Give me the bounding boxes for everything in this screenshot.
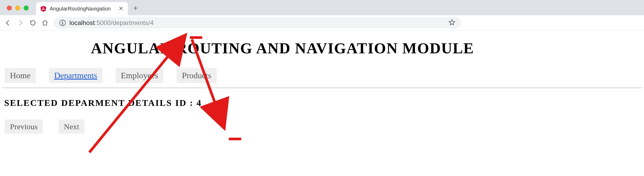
url-host: localhost <box>69 19 95 26</box>
annotation-underline-icon <box>190 36 202 39</box>
minimize-window-icon[interactable] <box>15 6 20 11</box>
home-icon[interactable] <box>42 19 48 26</box>
svg-marker-2 <box>449 19 455 25</box>
url-text: localhost:5000/departments/4 <box>69 19 154 27</box>
tabstrip: AngularRoutingNavigation ✕ + <box>0 0 644 15</box>
angular-favicon-icon <box>40 6 47 12</box>
annotation-underline-icon <box>229 138 241 140</box>
reload-icon[interactable] <box>29 19 36 26</box>
subhead-label: SELECTED DEPARMENT DETAILS ID : <box>4 98 197 108</box>
browser-toolbar: i localhost:5000/departments/4 <box>0 15 644 30</box>
forward-icon[interactable] <box>17 19 24 27</box>
bookmark-star-icon[interactable] <box>448 19 455 27</box>
selected-department-id: 4 <box>197 98 202 108</box>
maximize-window-icon[interactable] <box>24 6 29 11</box>
pager: Previous Next <box>2 120 642 134</box>
nav-employees[interactable]: Employees <box>116 68 163 83</box>
previous-button[interactable]: Previous <box>5 120 43 134</box>
page-content: ANGULAR ROUTING AND NAVIGATION MODULE Ho… <box>0 39 644 134</box>
primary-nav: Home Departments Employees Products <box>2 68 642 88</box>
url-path: :5000/departments/4 <box>95 19 154 26</box>
site-info-icon[interactable]: i <box>59 20 66 26</box>
nav-home[interactable]: Home <box>5 68 36 83</box>
new-tab-icon[interactable]: + <box>133 4 138 13</box>
next-button[interactable]: Next <box>59 120 84 134</box>
close-window-icon[interactable] <box>7 6 12 11</box>
nav-departments[interactable]: Departments <box>49 68 103 83</box>
window-controls <box>7 6 29 11</box>
nav-products[interactable]: Products <box>177 68 217 83</box>
selected-department-heading: SELECTED DEPARMENT DETAILS ID : 4 <box>4 98 642 108</box>
page-title: ANGULAR ROUTING AND NAVIGATION MODULE <box>91 39 642 57</box>
browser-tab[interactable]: AngularRoutingNavigation ✕ <box>36 2 128 15</box>
address-bar[interactable]: i localhost:5000/departments/4 <box>54 17 461 29</box>
back-icon[interactable] <box>4 19 12 27</box>
browser-chrome: AngularRoutingNavigation ✕ + i localhost… <box>0 0 644 30</box>
tab-title: AngularRoutingNavigation <box>50 6 115 12</box>
close-tab-icon[interactable]: ✕ <box>119 5 123 12</box>
